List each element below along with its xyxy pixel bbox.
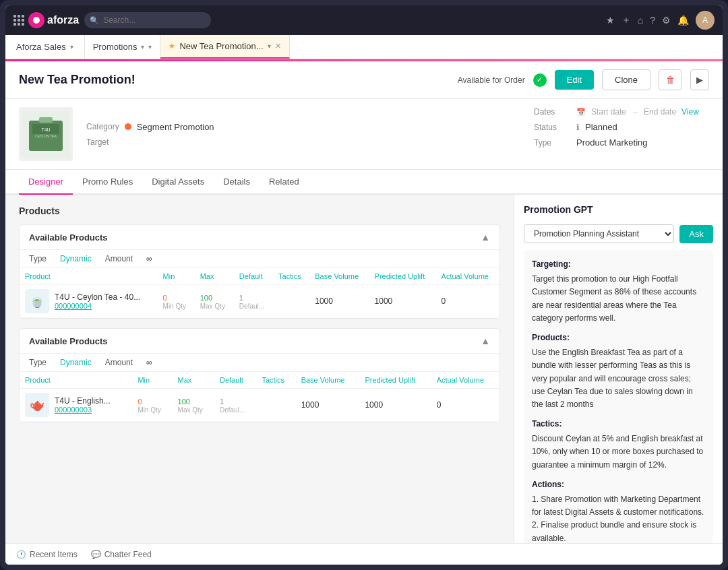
tab-designer[interactable]: Designer xyxy=(19,170,73,195)
col-min: Min xyxy=(158,268,195,285)
min-cell-1: 0 Min Qty xyxy=(158,285,195,318)
product-table-1: Product Min Max Default Tactics Base Vol… xyxy=(20,268,499,318)
product-card-2: Available Products ▲ Type Dynamic Amount… xyxy=(19,328,500,422)
type-dynamic-1[interactable]: Dynamic xyxy=(60,254,92,263)
search-input[interactable] xyxy=(84,12,211,28)
tab-label: New Tea Promotion... xyxy=(179,41,263,51)
check-circle-icon: ✓ xyxy=(533,73,547,87)
tab-related[interactable]: Related xyxy=(260,170,309,195)
breadcrumb-promotions[interactable]: Promotions ▾ ▾ xyxy=(85,35,161,59)
nav-chevron-icon: ▾ xyxy=(141,43,144,51)
tab-digital-assets[interactable]: Digital Assets xyxy=(142,170,214,195)
base-volume-cell-1: 1000 xyxy=(309,285,369,318)
table-header-row-1: Product Min Max Default Tactics Base Vol… xyxy=(20,268,499,285)
product-card-1: Available Products ▲ Type Dynamic Amount… xyxy=(19,224,500,319)
breadcrumb-app[interactable]: Aforza Sales ▾ xyxy=(5,35,85,59)
product-link-2[interactable]: 000000003 xyxy=(55,406,111,414)
type-dynamic-2[interactable]: Dynamic xyxy=(60,358,92,367)
product-link-1[interactable]: 000000004 xyxy=(55,302,140,310)
footer-bar: 🕐 Recent Items 💬 Chatter Feed xyxy=(5,543,723,565)
app-name: Aforza Sales xyxy=(16,42,66,52)
logo[interactable]: aforza xyxy=(28,12,79,28)
status-value: Planned xyxy=(585,122,617,132)
actions-title: Actions: xyxy=(532,478,705,491)
ask-button[interactable]: Ask xyxy=(679,225,713,243)
targeting-text: Target this promotion to our High Footfa… xyxy=(532,273,705,325)
edit-button[interactable]: Edit xyxy=(555,70,594,90)
form-fields: Category Segment Promotion Target xyxy=(86,107,214,161)
product-thumb-1: 🍵 xyxy=(25,289,49,313)
tab-chevron-icon: ▾ xyxy=(268,42,271,50)
recent-items-label: Recent Items xyxy=(30,550,78,559)
col-min-2: Min xyxy=(132,372,172,389)
gear-icon[interactable]: ⚙ xyxy=(662,15,671,26)
amount-label-2: Amount xyxy=(105,358,133,367)
more-button[interactable]: ▶ xyxy=(690,69,709,90)
category-field: Category Segment Promotion xyxy=(86,122,214,132)
breadcrumb-tab-active[interactable]: ★ New Tea Promotion... ▾ ✕ xyxy=(160,35,289,59)
status-label: Status xyxy=(534,123,571,132)
tactics-title: Tactics: xyxy=(532,418,705,431)
logo-area: aforza xyxy=(13,12,79,28)
arrow-icon: → xyxy=(632,108,638,116)
action-1: 1. Share Promotion with Marketing Depart… xyxy=(532,493,705,519)
collapse-btn-2[interactable]: ▲ xyxy=(481,336,490,346)
col-product-2: Product xyxy=(20,372,132,389)
promotions-label: Promotions xyxy=(93,42,138,52)
type-row-2: Type Dynamic Amount ∞ xyxy=(20,354,499,372)
chatter-feed[interactable]: 💬 Chatter Feed xyxy=(91,550,152,559)
clone-button[interactable]: Clone xyxy=(602,69,650,90)
star-icon[interactable]: ★ xyxy=(606,15,615,26)
record-header: New Tea Promotion! Available for Order ✓… xyxy=(5,61,723,99)
type-label-2: Type xyxy=(29,358,47,367)
product-cell-1: 🍵 T4U - Ceylon Tea - 40... 000000004 xyxy=(20,285,158,318)
status-row: Status ℹ Planned xyxy=(534,122,709,132)
product-thumb-2: 🫖 xyxy=(25,393,49,417)
tactics-cell-1 xyxy=(273,285,309,318)
svg-text:T4U: T4U xyxy=(41,127,50,132)
product-name-2: T4U - English... xyxy=(55,396,111,406)
chevron-icon: ▾ xyxy=(70,43,73,51)
add-icon[interactable]: ＋ xyxy=(621,14,631,26)
search-wrap xyxy=(84,12,211,28)
dates-row: Dates 📅 Start date → End date View xyxy=(534,107,709,117)
tab-details[interactable]: Details xyxy=(214,170,260,195)
amount-val-1: ∞ xyxy=(146,254,152,263)
product-card-2-header: Available Products ▲ xyxy=(20,329,499,354)
dates-label: Dates xyxy=(534,107,571,117)
question-icon[interactable]: ? xyxy=(650,15,655,26)
table-row-1-0: 🍵 T4U - Ceylon Tea - 40... 000000004 xyxy=(20,285,499,318)
gpt-select[interactable]: Promotion Planning Assistant xyxy=(524,224,674,243)
default-cell-1: 1 Defaul... xyxy=(234,285,273,318)
actual-volume-cell-2: 0 xyxy=(431,389,499,422)
type-label-1: Type xyxy=(29,254,47,263)
grid-icon[interactable] xyxy=(13,15,24,26)
home-icon[interactable]: ⌂ xyxy=(638,15,643,26)
product-card-1-header: Available Products ▲ xyxy=(20,225,499,250)
tab-close-icon[interactable]: ✕ xyxy=(275,42,281,51)
products-title: Products: xyxy=(532,331,705,344)
tactics-text: Discount Ceylan at 5% and English breakf… xyxy=(532,433,705,472)
col-base-volume: Base Volume xyxy=(309,268,369,285)
bell-icon[interactable]: 🔔 xyxy=(677,15,689,26)
content-area: Products Available Products ▲ Type Dynam… xyxy=(5,195,723,543)
predicted-uplift-cell-2: 1000 xyxy=(359,389,431,422)
amount-label-1: Amount xyxy=(105,254,133,263)
table-header-row-2: Product Min Max Default Tactics Base Vol… xyxy=(20,372,499,389)
tactics-cell-2 xyxy=(256,389,295,422)
main-content: New Tea Promotion! Available for Order ✓… xyxy=(5,61,723,565)
nav-chevron-icon2: ▾ xyxy=(148,43,152,51)
product-table-2: Product Min Max Default Tactics Base Vol… xyxy=(20,372,499,422)
view-link[interactable]: View xyxy=(681,107,699,117)
category-dot-icon xyxy=(125,123,131,130)
actual-volume-cell-1: 0 xyxy=(436,285,499,318)
tab-promo-rules[interactable]: Promo Rules xyxy=(73,170,142,195)
collapse-btn-1[interactable]: ▲ xyxy=(481,232,490,243)
recent-items[interactable]: 🕐 Recent Items xyxy=(16,550,78,559)
avatar[interactable]: A xyxy=(696,11,715,30)
end-date[interactable]: End date xyxy=(644,107,676,117)
action-2: 2. Finalise product bundle and ensure st… xyxy=(532,519,705,543)
start-date[interactable]: Start date xyxy=(591,107,626,117)
col-product: Product xyxy=(20,268,158,285)
delete-button[interactable]: 🗑 xyxy=(659,69,682,90)
